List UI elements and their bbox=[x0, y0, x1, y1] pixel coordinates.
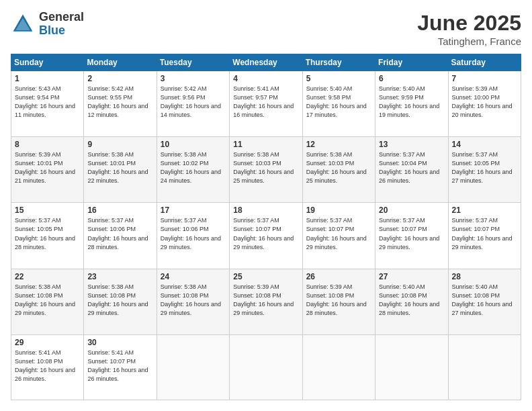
logo-general: General bbox=[39, 11, 84, 24]
day-info: Sunrise: 5:38 AMSunset: 10:03 PMDaylight… bbox=[306, 150, 371, 185]
day-number: 18 bbox=[233, 205, 298, 215]
location: Tatinghem, France bbox=[417, 36, 521, 47]
day-info: Sunrise: 5:40 AMSunset: 10:08 PMDaylight… bbox=[379, 283, 444, 318]
day-number: 19 bbox=[306, 205, 371, 215]
day-info: Sunrise: 5:37 AMSunset: 10:04 PMDaylight… bbox=[379, 150, 444, 185]
day-number: 2 bbox=[87, 74, 152, 83]
day-number: 13 bbox=[379, 140, 444, 149]
day-number: 12 bbox=[306, 140, 371, 149]
day-info: Sunrise: 5:38 AMSunset: 10:08 PMDaylight… bbox=[87, 283, 152, 318]
day-number: 21 bbox=[452, 205, 517, 215]
calendar-cell: 19Sunrise: 5:37 AMSunset: 10:07 PMDaylig… bbox=[302, 203, 375, 269]
calendar-cell: 23Sunrise: 5:38 AMSunset: 10:08 PMDaylig… bbox=[84, 269, 157, 334]
calendar-cell bbox=[230, 334, 302, 400]
day-number: 29 bbox=[15, 338, 80, 347]
day-info: Sunrise: 5:43 AMSunset: 9:54 PMDaylight:… bbox=[15, 85, 80, 120]
day-info: Sunrise: 5:37 AMSunset: 10:07 PMDaylight… bbox=[306, 216, 371, 251]
day-number: 1 bbox=[15, 74, 80, 83]
day-info: Sunrise: 5:41 AMSunset: 9:57 PMDaylight:… bbox=[233, 85, 298, 120]
calendar-cell: 12Sunrise: 5:38 AMSunset: 10:03 PMDaylig… bbox=[302, 137, 375, 203]
calendar-week-row: 1Sunrise: 5:43 AMSunset: 9:54 PMDaylight… bbox=[11, 71, 521, 137]
day-number: 6 bbox=[379, 74, 444, 83]
day-number: 25 bbox=[233, 272, 298, 281]
calendar-cell: 7Sunrise: 5:39 AMSunset: 10:00 PMDayligh… bbox=[448, 71, 521, 137]
calendar-cell: 18Sunrise: 5:37 AMSunset: 10:07 PMDaylig… bbox=[230, 203, 302, 269]
calendar-cell: 25Sunrise: 5:39 AMSunset: 10:08 PMDaylig… bbox=[230, 269, 302, 334]
day-info: Sunrise: 5:38 AMSunset: 10:08 PMDaylight… bbox=[15, 283, 80, 318]
calendar-cell: 5Sunrise: 5:40 AMSunset: 9:58 PMDaylight… bbox=[302, 71, 375, 137]
calendar-week-row: 22Sunrise: 5:38 AMSunset: 10:08 PMDaylig… bbox=[11, 269, 521, 334]
day-number: 27 bbox=[379, 272, 444, 281]
logo-text: General Blue bbox=[39, 11, 84, 38]
day-info: Sunrise: 5:38 AMSunset: 10:02 PMDaylight… bbox=[161, 150, 226, 185]
day-number: 20 bbox=[379, 205, 444, 215]
day-info: Sunrise: 5:42 AMSunset: 9:56 PMDaylight:… bbox=[161, 85, 226, 120]
calendar-cell bbox=[448, 334, 521, 400]
day-number: 28 bbox=[452, 272, 517, 281]
calendar-cell: 13Sunrise: 5:37 AMSunset: 10:04 PMDaylig… bbox=[375, 137, 448, 203]
day-info: Sunrise: 5:37 AMSunset: 10:07 PMDaylight… bbox=[379, 216, 444, 251]
day-number: 15 bbox=[15, 205, 80, 215]
day-info: Sunrise: 5:42 AMSunset: 9:55 PMDaylight:… bbox=[87, 85, 152, 120]
calendar-cell bbox=[302, 334, 375, 400]
day-number: 17 bbox=[161, 205, 226, 215]
day-number: 30 bbox=[87, 338, 152, 347]
day-number: 16 bbox=[87, 205, 152, 215]
day-number: 3 bbox=[161, 74, 226, 83]
calendar-cell: 1Sunrise: 5:43 AMSunset: 9:54 PMDaylight… bbox=[11, 71, 84, 137]
calendar-cell: 3Sunrise: 5:42 AMSunset: 9:56 PMDaylight… bbox=[157, 71, 229, 137]
header: General Blue June 2025 Tatinghem, France bbox=[11, 11, 521, 47]
calendar-cell: 17Sunrise: 5:37 AMSunset: 10:06 PMDaylig… bbox=[157, 203, 229, 269]
weekday-header-sunday: Sunday bbox=[11, 54, 84, 71]
weekday-header-friday: Friday bbox=[375, 54, 448, 71]
calendar-cell: 22Sunrise: 5:38 AMSunset: 10:08 PMDaylig… bbox=[11, 269, 84, 334]
calendar-cell bbox=[157, 334, 229, 400]
title-block: June 2025 Tatinghem, France bbox=[417, 11, 521, 47]
day-info: Sunrise: 5:39 AMSunset: 10:00 PMDaylight… bbox=[452, 85, 517, 120]
day-number: 10 bbox=[161, 140, 226, 149]
calendar-cell: 21Sunrise: 5:37 AMSunset: 10:07 PMDaylig… bbox=[448, 203, 521, 269]
calendar-cell: 24Sunrise: 5:38 AMSunset: 10:08 PMDaylig… bbox=[157, 269, 229, 334]
day-number: 4 bbox=[233, 74, 298, 83]
page: General Blue June 2025 Tatinghem, France… bbox=[0, 0, 532, 411]
day-info: Sunrise: 5:40 AMSunset: 10:08 PMDaylight… bbox=[452, 283, 517, 318]
day-info: Sunrise: 5:39 AMSunset: 10:01 PMDaylight… bbox=[15, 150, 80, 185]
calendar-cell: 2Sunrise: 5:42 AMSunset: 9:55 PMDaylight… bbox=[84, 71, 157, 137]
day-info: Sunrise: 5:39 AMSunset: 10:08 PMDaylight… bbox=[306, 283, 371, 318]
day-info: Sunrise: 5:41 AMSunset: 10:07 PMDaylight… bbox=[87, 349, 152, 383]
day-info: Sunrise: 5:38 AMSunset: 10:01 PMDaylight… bbox=[87, 150, 152, 185]
day-info: Sunrise: 5:37 AMSunset: 10:06 PMDaylight… bbox=[161, 216, 226, 251]
calendar-cell: 6Sunrise: 5:40 AMSunset: 9:59 PMDaylight… bbox=[375, 71, 448, 137]
calendar-table: SundayMondayTuesdayWednesdayThursdayFrid… bbox=[11, 54, 521, 400]
weekday-header-thursday: Thursday bbox=[302, 54, 375, 71]
day-number: 23 bbox=[87, 272, 152, 281]
calendar-cell: 29Sunrise: 5:41 AMSunset: 10:08 PMDaylig… bbox=[11, 334, 84, 400]
calendar-week-row: 8Sunrise: 5:39 AMSunset: 10:01 PMDayligh… bbox=[11, 137, 521, 203]
calendar-cell: 15Sunrise: 5:37 AMSunset: 10:05 PMDaylig… bbox=[11, 203, 84, 269]
calendar-cell: 10Sunrise: 5:38 AMSunset: 10:02 PMDaylig… bbox=[157, 137, 229, 203]
calendar-week-row: 29Sunrise: 5:41 AMSunset: 10:08 PMDaylig… bbox=[11, 334, 521, 400]
logo-icon bbox=[11, 12, 35, 36]
day-number: 24 bbox=[161, 272, 226, 281]
calendar-cell: 14Sunrise: 5:37 AMSunset: 10:05 PMDaylig… bbox=[448, 137, 521, 203]
day-number: 7 bbox=[452, 74, 517, 83]
calendar-cell: 27Sunrise: 5:40 AMSunset: 10:08 PMDaylig… bbox=[375, 269, 448, 334]
weekday-header-tuesday: Tuesday bbox=[157, 54, 229, 71]
logo-blue: Blue bbox=[39, 24, 84, 38]
calendar-week-row: 15Sunrise: 5:37 AMSunset: 10:05 PMDaylig… bbox=[11, 203, 521, 269]
day-number: 22 bbox=[15, 272, 80, 281]
logo: General Blue bbox=[11, 11, 84, 38]
calendar-cell: 16Sunrise: 5:37 AMSunset: 10:06 PMDaylig… bbox=[84, 203, 157, 269]
calendar-cell: 30Sunrise: 5:41 AMSunset: 10:07 PMDaylig… bbox=[84, 334, 157, 400]
day-info: Sunrise: 5:41 AMSunset: 10:08 PMDaylight… bbox=[15, 349, 80, 383]
day-number: 9 bbox=[87, 140, 152, 149]
day-number: 8 bbox=[15, 140, 80, 149]
calendar-cell: 8Sunrise: 5:39 AMSunset: 10:01 PMDayligh… bbox=[11, 137, 84, 203]
weekday-header-wednesday: Wednesday bbox=[230, 54, 302, 71]
day-info: Sunrise: 5:40 AMSunset: 9:59 PMDaylight:… bbox=[379, 85, 444, 120]
day-number: 26 bbox=[306, 272, 371, 281]
weekday-header-saturday: Saturday bbox=[448, 54, 521, 71]
calendar-cell: 11Sunrise: 5:38 AMSunset: 10:03 PMDaylig… bbox=[230, 137, 302, 203]
day-info: Sunrise: 5:39 AMSunset: 10:08 PMDaylight… bbox=[233, 283, 298, 318]
day-info: Sunrise: 5:37 AMSunset: 10:05 PMDaylight… bbox=[452, 150, 517, 185]
